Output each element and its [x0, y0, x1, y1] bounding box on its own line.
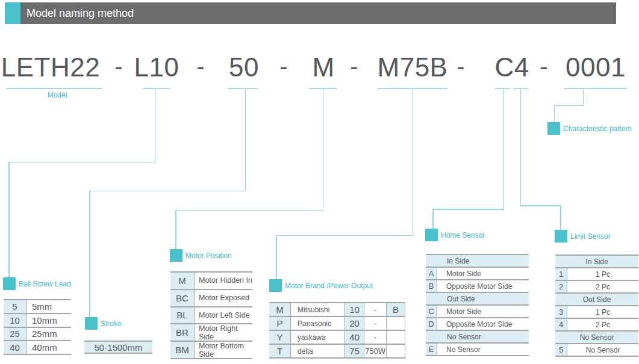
dash-separator: - — [113, 54, 125, 78]
lead-code: 5 — [4, 300, 26, 313]
position-desc: Motor Bottom Side — [195, 342, 252, 358]
lead-value: 40mm — [26, 341, 71, 354]
position-code: M — [170, 273, 195, 289]
table-row: BL Motor Left Side — [170, 307, 252, 325]
stroke-range: 50-1500mm — [94, 342, 142, 353]
section-square-icon — [3, 277, 16, 290]
motor-brand-table: M Mitsubishi 10 - B P Panasonic 20 - Y y… — [269, 302, 405, 359]
table-row: BM Motor Bottom Side — [170, 342, 252, 359]
sensor-code: 1 — [555, 268, 567, 280]
table-row: 40 40mm — [4, 341, 71, 355]
section-square-icon — [85, 317, 98, 330]
line — [276, 235, 277, 280]
line — [503, 89, 505, 209]
section-square-icon — [269, 279, 282, 292]
line — [560, 205, 561, 230]
sensor-code: A — [426, 268, 437, 279]
underline-stroke — [228, 88, 258, 89]
lead-code: 10 — [4, 314, 26, 327]
position-desc: Motor Exposed — [195, 290, 252, 306]
table-row: 5 No Sensor — [555, 344, 638, 357]
section-square-icon — [555, 230, 567, 242]
line — [89, 191, 246, 192]
table-row: M Motor Hidden In — [170, 273, 252, 290]
model-segment-motor-position: M — [310, 54, 337, 81]
table-row: 5 5mm — [4, 300, 71, 314]
table-group-header: No Sensor — [426, 331, 529, 344]
power-value: 750W — [364, 345, 387, 357]
brake-code — [387, 345, 405, 357]
limit-sensor-table: In Side 1 1 Pc 2 2 Pc Out Side 3 1 Pc 4 … — [555, 254, 638, 357]
dash-separator: - — [348, 54, 360, 78]
table-group-header: Out Side — [426, 293, 529, 306]
underline-lead — [143, 88, 170, 89]
table-row: A Motor Side — [426, 268, 529, 280]
brand-name: Panasonic — [291, 317, 345, 330]
underline-home-sensor — [495, 88, 510, 89]
table-row: 25 25mm — [4, 328, 71, 342]
sensor-desc: 1 Pc — [567, 306, 638, 318]
line — [520, 205, 561, 206]
power-value: - — [364, 303, 387, 316]
table-row: M Mitsubishi 10 - B — [269, 303, 405, 317]
position-desc: Motor Hidden In — [195, 273, 252, 289]
position-code: BM — [170, 342, 195, 358]
model-segment-model: LETH22 — [0, 54, 102, 81]
table-row: 3 1 Pc — [555, 306, 638, 319]
sensor-desc: 1 Pc — [567, 268, 638, 280]
motor-position-table: M Motor Hidden In BC Motor Exposed BL Mo… — [170, 271, 252, 359]
dash-separator: - — [278, 54, 290, 78]
brake-code — [387, 317, 405, 330]
underline-characteristic — [564, 88, 627, 89]
sensor-desc: Opposite Motor Side — [437, 318, 529, 330]
line — [276, 235, 413, 236]
table-row: B Opposite Motor Side — [426, 280, 529, 293]
model-label: Model — [21, 91, 93, 99]
sensor-desc: No Sensor — [437, 344, 529, 355]
line — [8, 162, 155, 163]
table-group-header: In Side — [426, 255, 529, 268]
model-segment-lead: L10 — [134, 54, 179, 81]
section-square-icon — [425, 229, 438, 241]
table-row: C Motor Side — [426, 306, 529, 318]
position-code: BC — [170, 290, 195, 306]
page-title: Model naming method — [26, 7, 134, 19]
lead-code: 25 — [4, 328, 26, 341]
sensor-code: 3 — [555, 306, 567, 318]
line — [554, 105, 584, 106]
brand-code: M — [269, 303, 291, 316]
line — [155, 89, 156, 162]
table-group-header: No Sensor — [555, 332, 638, 344]
table-row: T delta 75 750W — [269, 345, 405, 359]
sensor-code: B — [426, 280, 437, 292]
section-square-icon — [170, 249, 182, 262]
sensor-code: 4 — [555, 319, 567, 330]
power-value: - — [364, 317, 387, 330]
sensor-code: 2 — [555, 281, 567, 292]
underline-model — [6, 88, 102, 89]
line — [413, 89, 414, 235]
brake-code: B — [387, 303, 405, 316]
line — [432, 209, 504, 210]
power-code: 10 — [345, 303, 364, 316]
line — [520, 89, 522, 206]
power-code: 40 — [345, 331, 364, 344]
table-row: D Opposite Motor Side — [426, 318, 529, 331]
line — [8, 162, 10, 278]
home-sensor-table: In Side A Motor Side B Opposite Motor Si… — [426, 254, 529, 356]
brand-name: Mitsubishi — [291, 303, 345, 316]
line — [432, 209, 434, 229]
brand-code: P — [269, 317, 291, 330]
line — [583, 89, 584, 106]
line — [323, 89, 324, 211]
stroke-range-box: 50-1500mm — [84, 341, 152, 354]
sensor-code: E — [426, 344, 437, 355]
model-segment-motor-brand-power: M75B — [375, 54, 450, 81]
characteristic-pattern-label: Characteristic pattern — [563, 125, 632, 133]
sensor-desc: Motor Side — [437, 268, 529, 279]
table-row: E No Sensor — [426, 344, 529, 356]
line — [175, 210, 323, 211]
home-sensor-label: Home Sensor — [441, 231, 485, 239]
sensor-desc: Motor Side — [437, 306, 529, 317]
table-row: BC Motor Exposed — [170, 290, 252, 307]
